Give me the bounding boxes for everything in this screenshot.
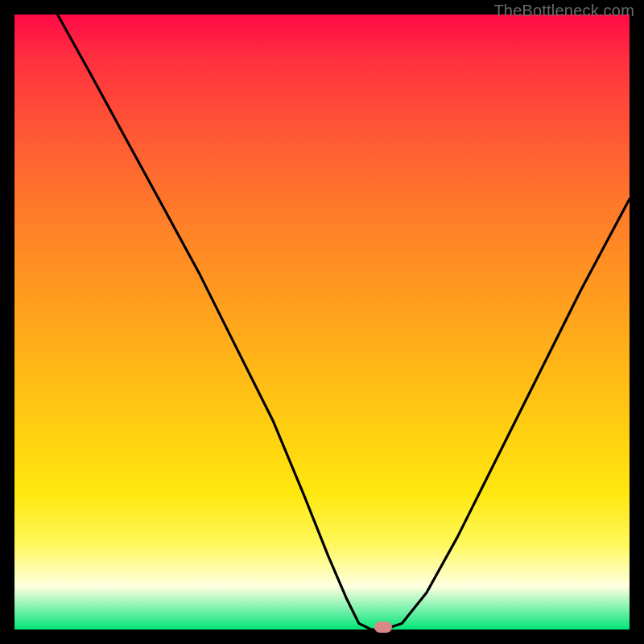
chart-container: TheBottleneck.com	[0, 0, 644, 644]
plot-area	[14, 14, 630, 630]
optimal-marker	[374, 621, 392, 633]
watermark-text: TheBottleneck.com	[493, 2, 634, 20]
curve-layer	[14, 14, 630, 630]
bottleneck-curve	[58, 14, 630, 630]
